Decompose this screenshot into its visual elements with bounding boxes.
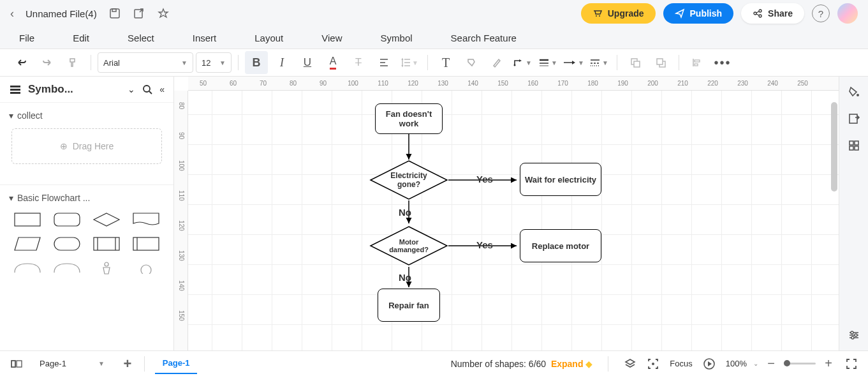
avatar[interactable] [837, 3, 858, 24]
text-tool-button[interactable]: T [434, 51, 457, 74]
grid-panel-icon[interactable] [848, 139, 860, 152]
flowchart-end[interactable]: Repair fan [378, 289, 440, 322]
collapse-icon[interactable]: « [159, 84, 165, 94]
menu-select[interactable]: Select [128, 33, 154, 43]
page-tab-active[interactable]: Page-1 [155, 353, 198, 374]
connector-style-button[interactable]: ▼ [511, 51, 534, 74]
sidebar-header: Symbo... ⌄ « [0, 77, 173, 103]
publish-button[interactable]: Publish [663, 3, 734, 24]
fullscreen-icon[interactable] [845, 357, 858, 370]
redo-button[interactable] [36, 51, 59, 74]
menu-search-feature[interactable]: Search Feature [451, 33, 517, 43]
more-button[interactable]: ••• [711, 51, 734, 74]
label-yes-1: Yes [476, 174, 493, 184]
add-page-button[interactable]: + [121, 357, 134, 370]
menu-layout[interactable]: Layout [254, 33, 283, 43]
undo-button[interactable] [10, 51, 33, 74]
ruler-tick: 70 [248, 77, 278, 90]
ruler-tick: 110 [368, 77, 398, 90]
shape-diamond[interactable] [91, 211, 122, 229]
line-style-button[interactable]: ▼ [536, 51, 559, 74]
fill-panel-icon[interactable] [848, 86, 860, 98]
export-icon[interactable] [133, 7, 145, 20]
underline-button[interactable]: U [296, 51, 319, 74]
separator [144, 356, 145, 372]
shape-ellipse-half[interactable] [11, 259, 43, 277]
strikethrough-button[interactable]: T [347, 51, 370, 74]
zoom-in-button[interactable]: + [822, 357, 835, 370]
flowchart-decision-1[interactable]: Electricity gone? [379, 160, 438, 200]
flowchart-start[interactable]: Fan doesn't work [375, 103, 443, 134]
shape-predefined[interactable] [91, 235, 122, 253]
double-chevron-down-icon[interactable]: ⌄ [128, 84, 135, 94]
align-objects-button[interactable] [686, 51, 709, 74]
layers-icon[interactable] [624, 357, 636, 370]
topbar-right: Upgrade Publish Share ? [581, 3, 858, 24]
zoom-out-button[interactable]: − [765, 357, 777, 370]
collect-section-toggle[interactable]: ▾collect [9, 110, 165, 121]
shape-ellipse-half2[interactable] [51, 259, 83, 277]
export-panel-icon[interactable] [848, 112, 860, 125]
file-title[interactable]: Unnamed File(4) [26, 8, 97, 19]
focus-label[interactable]: Focus [670, 359, 692, 368]
menu-file[interactable]: File [19, 33, 34, 43]
save-icon[interactable] [108, 7, 121, 20]
flowchart-action-2[interactable]: Replace motor [520, 229, 601, 262]
expand-link[interactable]: Expand [551, 359, 584, 369]
shape-storage[interactable] [130, 235, 162, 253]
shape-parallelogram[interactable] [11, 235, 43, 253]
ruler-tick: 200 [638, 77, 668, 90]
fill-color-button[interactable] [460, 51, 483, 74]
menu-insert[interactable]: Insert [193, 33, 217, 43]
canvas[interactable]: Fan doesn't work Electricity gone? Yes N… [188, 91, 839, 350]
play-icon[interactable] [703, 357, 716, 370]
focus-target-icon[interactable] [647, 357, 659, 370]
menu-edit[interactable]: Edit [73, 33, 89, 43]
separator [91, 55, 91, 70]
shape-rectangle[interactable] [11, 211, 43, 229]
share-button[interactable]: Share [741, 3, 804, 24]
drag-here-zone[interactable]: ⊕Drag Here [11, 128, 162, 164]
shape-manual[interactable] [91, 259, 122, 277]
chevron-down-icon[interactable]: ⌄ [753, 360, 758, 367]
shape-terminator[interactable] [51, 235, 83, 253]
back-button[interactable]: ‹ [10, 7, 14, 20]
align-button[interactable] [372, 51, 395, 74]
upgrade-button[interactable]: Upgrade [581, 3, 656, 24]
label-no-1: No [399, 207, 411, 218]
shape-document[interactable] [130, 211, 162, 229]
bold-button[interactable]: B [245, 51, 268, 74]
send-back-button[interactable] [624, 51, 647, 74]
page-list-icon[interactable] [10, 357, 23, 370]
settings-panel-icon[interactable] [848, 329, 860, 342]
vertical-scrollbar[interactable] [831, 102, 837, 192]
ruler-tick: 130 [174, 241, 188, 271]
zoom-value[interactable]: 100% [726, 359, 747, 368]
font-select[interactable]: Arial▼ [98, 52, 193, 73]
flowchart-section-toggle[interactable]: ▾Basic Flowchart ... [9, 193, 165, 203]
shape-rounded-rect[interactable] [51, 211, 83, 229]
format-painter-button[interactable] [61, 51, 84, 74]
line-pattern-button[interactable]: ▼ [587, 51, 610, 74]
ruler-tick: 120 [398, 77, 428, 90]
menu-symbol[interactable]: Symbol [381, 33, 413, 43]
bring-front-button[interactable] [649, 51, 672, 74]
font-color-button[interactable]: A [321, 51, 344, 74]
shape-connector[interactable] [130, 259, 162, 277]
italic-button[interactable]: I [270, 51, 293, 74]
flowchart-decision-2[interactable]: Motor damanged? [379, 226, 438, 266]
flowchart-section: ▾Basic Flowchart ... [0, 184, 173, 285]
arrow-style-button[interactable]: ▼ [562, 51, 585, 74]
chevron-down-icon: ▼ [602, 59, 608, 66]
chevron-down-icon: ▼ [551, 59, 557, 66]
page-select[interactable]: Page-1▼ [33, 356, 111, 371]
line-color-button[interactable] [485, 51, 508, 74]
zoom-slider[interactable] [784, 363, 816, 365]
flowchart-action-1[interactable]: Wait for electricity [520, 163, 601, 196]
search-icon[interactable] [142, 84, 153, 95]
star-icon[interactable] [157, 7, 170, 20]
font-size-select[interactable]: 12▼ [196, 52, 232, 73]
help-icon[interactable]: ? [812, 4, 830, 22]
menu-view[interactable]: View [321, 33, 342, 43]
line-spacing-button[interactable]: ▼ [398, 51, 421, 74]
